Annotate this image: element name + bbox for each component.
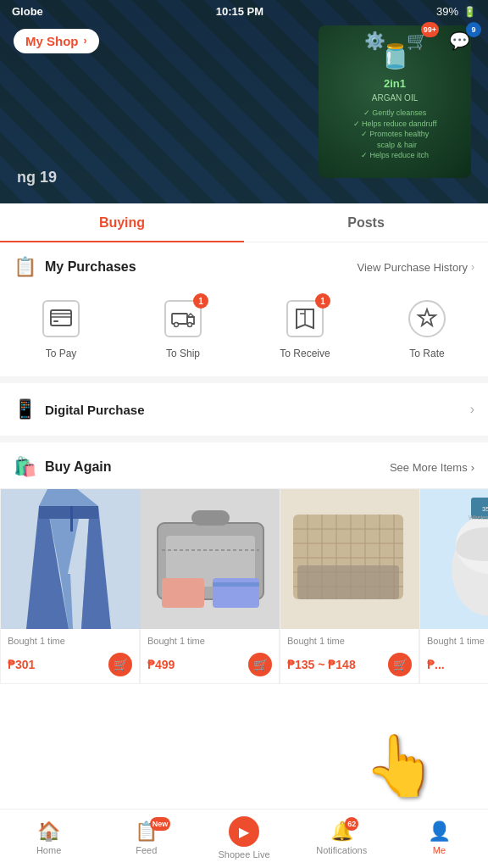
bag-price: ₱499 [147, 658, 175, 671]
product-card-case[interactable]: Bought 1 time ₱135 ~ ₱148 🛒 [280, 488, 419, 684]
my-shop-button[interactable]: My Shop › [14, 29, 99, 53]
to-pay-label: To Pay [46, 348, 77, 359]
mouse-price: ₱... [427, 658, 445, 671]
hero-section: 🫙 2in1 ARGAN OIL ✓ Gently cleanses ✓ Hel… [0, 0, 488, 203]
add-to-cart-bag[interactable]: 🛒 [248, 653, 272, 676]
svg-rect-30 [297, 565, 399, 599]
to-ship-icon-wrap: 1 [161, 297, 205, 341]
my-purchases-title: My Purchases [45, 259, 136, 275]
carrier-label: Globe [12, 5, 43, 18]
bottom-navigation: 🏠 Home 📋 New Feed ▶ Shopee Live 🔔 62 Not… [0, 809, 488, 868]
to-ship-button[interactable]: 1 To Ship [149, 297, 217, 359]
my-purchases-section: 📋 My Purchases View Purchase History › T… [0, 242, 488, 383]
svg-rect-14 [213, 582, 259, 587]
my-purchases-title-wrap: 📋 My Purchases [14, 256, 136, 278]
nav-home-label: Home [36, 845, 61, 855]
products-scroll: Bought 1 time ₱301 🛒 [0, 488, 488, 698]
nav-notifications-label: Notifications [316, 845, 367, 855]
product-info-bag: Bought 1 time [141, 629, 279, 653]
header-actions: My Shop › ⚙️ 🛒 99+ 💬 9 [0, 25, 488, 56]
see-more-chevron-icon: › [471, 461, 474, 474]
svg-point-4 [175, 323, 179, 327]
bottom-spacer [0, 698, 488, 765]
product-bottom-case: ₱135 ~ ₱148 🛒 [280, 653, 419, 683]
nav-me-label: Me [433, 845, 446, 855]
svg-rect-0 [51, 310, 71, 326]
live-icon: ▶ [229, 816, 259, 847]
case-price: ₱135 ~ ₱148 [287, 658, 356, 671]
digital-left: 📱 Digital Purchase [14, 398, 145, 420]
to-pay-icon-wrap [39, 297, 83, 341]
product-image-case [280, 489, 420, 629]
nav-shopee-live[interactable]: ▶ Shopee Live [195, 810, 292, 868]
buy-again-section: 🛍️ Buy Again See More Items › [0, 442, 488, 698]
product-image-jeans [1, 489, 141, 629]
chat-button[interactable]: 💬 9 [444, 25, 474, 56]
settings-button[interactable]: ⚙️ [359, 25, 390, 56]
to-rate-icon [408, 300, 446, 337]
jeans-price: ₱301 [8, 658, 35, 671]
to-receive-label: To Receive [280, 348, 330, 359]
to-pay-button[interactable]: To Pay [27, 297, 95, 359]
nav-live-label: Shopee Live [218, 849, 269, 860]
svg-text:Wireless Mouse: Wireless Mouse [469, 515, 488, 520]
to-rate-label: To Rate [409, 348, 444, 359]
case-bought-label: Bought 1 time [287, 636, 412, 646]
to-rate-button[interactable]: To Rate [393, 297, 461, 359]
tab-bar: Buying Posts [0, 203, 488, 242]
see-more-button[interactable]: See More Items › [390, 461, 474, 474]
add-to-cart-case[interactable]: 🛒 [388, 653, 412, 676]
to-ship-label: To Ship [166, 348, 200, 359]
mouse-bought-label: Bought 1 time [427, 636, 488, 646]
tab-buying[interactable]: Buying [0, 203, 244, 242]
to-pay-icon [42, 300, 80, 337]
nav-home[interactable]: 🏠 Home [0, 814, 97, 864]
tab-posts[interactable]: Posts [244, 203, 488, 242]
nav-feed[interactable]: 📋 New Feed [97, 814, 195, 864]
my-purchases-header: 📋 My Purchases View Purchase History › [0, 242, 488, 290]
battery-label: 39% 🔋 [436, 5, 476, 18]
product-info-mouse: Bought 1 time [420, 629, 488, 653]
purchase-icons-row: To Pay 1 To Ship [0, 290, 488, 376]
see-more-label: See More Items [390, 461, 468, 474]
purchases-icon: 📋 [14, 256, 36, 278]
feed-badge: New [150, 817, 171, 831]
product-info-case: Bought 1 time [280, 629, 419, 653]
battery-icon: 🔋 [463, 6, 476, 18]
chevron-right-icon: › [84, 35, 87, 47]
buy-again-header: 🛍️ Buy Again See More Items › [0, 442, 488, 488]
to-receive-button[interactable]: 1 To Receive [271, 297, 339, 359]
bag-icon: 🛍️ [14, 456, 36, 478]
nav-notifications[interactable]: 🔔 62 Notifications [293, 814, 391, 864]
view-history-button[interactable]: View Purchase History › [357, 261, 474, 274]
product-bottom-bag: ₱499 🛒 [141, 653, 279, 683]
svg-rect-2 [53, 320, 58, 322]
to-rate-icon-wrap [405, 297, 449, 341]
cart-button[interactable]: 🛒 99+ [402, 25, 432, 56]
digital-purchase-row[interactable]: 📱 Digital Purchase › [0, 383, 488, 436]
nav-me[interactable]: 👤 Me [391, 814, 488, 864]
to-receive-icon-wrap: 1 [283, 297, 327, 341]
product-image-mouse: 3510 Wireless Mouse [420, 489, 488, 629]
nav-feed-label: Feed [136, 845, 157, 855]
bag-bought-label: Bought 1 time [147, 636, 272, 646]
time-label: 10:15 PM [216, 5, 263, 18]
hero-text: ng 19 [17, 169, 57, 186]
product-bottom-mouse: ₱... 🛒 [420, 653, 488, 683]
product-card-mouse[interactable]: 3510 Wireless Mouse Bought 1 time ₱... 🛒 [419, 488, 488, 684]
to-receive-badge: 1 [315, 293, 330, 309]
digital-icon: 📱 [14, 398, 36, 420]
product-card-bag[interactable]: Bought 1 time ₱499 🛒 [140, 488, 280, 684]
to-ship-badge: 1 [193, 293, 208, 309]
product-bottom-jeans: ₱301 🛒 [1, 653, 139, 683]
product-card-jeans[interactable]: Bought 1 time ₱301 🛒 [0, 488, 140, 684]
svg-point-5 [188, 323, 192, 327]
digital-purchase-title: Digital Purchase [45, 403, 145, 417]
settings-icon: ⚙️ [359, 25, 390, 56]
chat-badge: 9 [466, 22, 481, 37]
add-to-cart-jeans[interactable]: 🛒 [108, 653, 132, 676]
buy-again-title-wrap: 🛍️ Buy Again [14, 456, 112, 478]
header-icon-group: ⚙️ 🛒 99+ 💬 9 [359, 25, 474, 56]
svg-rect-1 [51, 314, 71, 317]
svg-text:3510: 3510 [482, 505, 488, 513]
